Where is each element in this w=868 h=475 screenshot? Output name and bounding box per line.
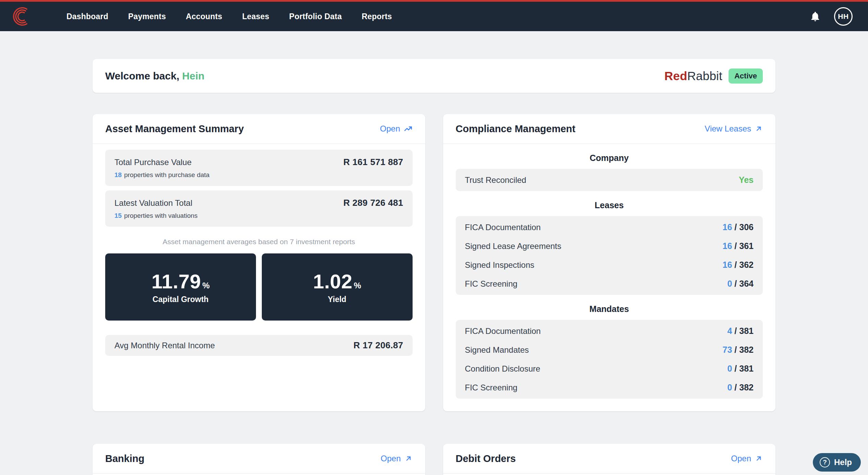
yield-unit: % (354, 281, 361, 290)
row-total: 364 (739, 279, 754, 288)
row-total: 306 (739, 222, 754, 232)
yield-tile: 1.02 % Yield (262, 253, 413, 321)
top-cards-row: Asset Management Summary Open Total Purc… (93, 114, 775, 411)
compliance-card-body: Company Trust Reconciled Yes Leases FICA… (443, 153, 776, 411)
row-label: FIC Screening (465, 279, 517, 289)
avg-rental-income-value: R 17 206.87 (354, 340, 403, 351)
row-separator: / (734, 364, 737, 373)
capital-growth-unit: % (202, 281, 209, 290)
page-content: Welcome back, Hein RedRabbit Active Asse… (93, 59, 775, 475)
row-label: Condition Disclosure (465, 364, 540, 374)
row-count: 0 (727, 279, 732, 288)
row-value: 16/362 (723, 260, 754, 270)
banking-card-header: Banking Open (93, 444, 425, 474)
row-value: 0/364 (727, 279, 754, 289)
signed-inspections-row: Signed Inspections 16/362 (456, 255, 763, 274)
purchase-properties-text: properties with purchase data (124, 171, 209, 178)
logo-c-icon (12, 7, 32, 26)
row-separator: / (734, 222, 737, 232)
nav-item-dashboard[interactable]: Dashboard (65, 9, 110, 25)
help-label: Help (834, 458, 852, 467)
row-value: 16/306 (723, 222, 754, 232)
metric-tiles: 11.79 % Capital Growth 1.02 % Yield (105, 253, 413, 321)
mandates-section-heading: Mandates (456, 304, 763, 314)
banking-card: Banking Open Unprocessed Credits 19 (93, 444, 425, 475)
notifications-button[interactable] (809, 11, 821, 22)
debit-orders-card-title: Debit Orders (456, 453, 516, 464)
brand-rest-part: Rabbit (687, 69, 722, 83)
yield-label: Yield (328, 295, 346, 304)
row-count: 16 (723, 222, 732, 232)
banking-open-label: Open (381, 454, 401, 463)
welcome-greeting: Welcome back, (105, 70, 179, 82)
asset-card-header: Asset Management Summary Open (93, 114, 425, 144)
asset-card-body: Total Purchase Value R 161 571 887 18pro… (93, 144, 425, 368)
valuation-properties-text: properties with valuations (124, 212, 197, 219)
yield-value: 1.02 (313, 270, 353, 293)
row-count: 16 (723, 260, 732, 270)
help-icon: ? (820, 457, 830, 467)
compliance-card-header: Compliance Management View Leases (443, 114, 776, 144)
fica-documentation-mandates-row: FICA Documentation 4/381 (456, 322, 763, 340)
mandates-section-block: FICA Documentation 4/381 Signed Mandates… (456, 320, 763, 399)
nav-item-portfolio-data[interactable]: Portfolio Data (288, 9, 343, 25)
row-label: FICA Documentation (465, 223, 541, 232)
nav-item-accounts[interactable]: Accounts (184, 9, 223, 25)
asset-open-label: Open (380, 124, 400, 134)
company-section-block: Trust Reconciled Yes (456, 169, 763, 191)
user-avatar[interactable]: HH (834, 7, 853, 26)
latest-valuation-row: Latest Valuation Total R 289 726 481 15p… (105, 190, 413, 227)
avg-rental-income-label: Avg Monthly Rental Income (114, 341, 215, 350)
valuation-properties-count: 15 (114, 212, 122, 219)
bottom-cards-row: Banking Open Unprocessed Credits 19 (93, 444, 775, 475)
capital-growth-label: Capital Growth (152, 295, 209, 304)
row-count: 16 (723, 241, 732, 251)
row-label: FICA Documentation (465, 326, 541, 336)
row-separator: / (734, 383, 737, 392)
row-count: 0 (727, 364, 732, 373)
status-badge: Active (729, 68, 763, 84)
total-purchase-value-subtext: 18properties with purchase data (114, 171, 403, 179)
fica-documentation-leases-row: FICA Documentation 16/306 (456, 218, 763, 237)
view-leases-link[interactable]: View Leases (705, 124, 763, 134)
main-menu: Dashboard Payments Accounts Leases Portf… (65, 9, 393, 25)
avg-rental-income-row: Avg Monthly Rental Income R 17 206.87 (105, 335, 413, 356)
row-value: 0/381 (727, 364, 754, 374)
arrow-up-right-icon (755, 125, 763, 133)
avatar-initials: HH (838, 12, 848, 21)
app-logo[interactable] (12, 6, 33, 27)
banking-card-title: Banking (105, 453, 144, 464)
total-purchase-value: R 161 571 887 (343, 157, 403, 167)
debit-orders-open-link[interactable]: Open (731, 454, 763, 463)
trust-reconciled-row: Trust Reconciled Yes (456, 171, 763, 189)
row-total: 381 (739, 364, 754, 373)
row-total: 382 (739, 345, 754, 354)
row-total: 381 (739, 326, 754, 336)
nav-item-payments[interactable]: Payments (127, 9, 167, 25)
row-count: 4 (727, 326, 732, 336)
row-total: 361 (739, 241, 754, 251)
brand-logo-text: RedRabbit (664, 69, 722, 83)
help-button[interactable]: ? Help (813, 453, 861, 472)
arrow-up-right-icon (755, 454, 763, 463)
compliance-management-card: Compliance Management View Leases Compan… (443, 114, 776, 411)
brand-area: RedRabbit Active (664, 68, 763, 84)
row-label: Signed Inspections (465, 260, 535, 270)
welcome-heading: Welcome back, Hein (105, 70, 205, 82)
fic-screening-leases-row: FIC Screening 0/364 (456, 274, 763, 293)
nav-item-leases[interactable]: Leases (241, 9, 271, 25)
trending-up-icon (404, 124, 413, 133)
view-leases-label: View Leases (705, 124, 751, 134)
row-separator: / (734, 279, 737, 288)
nav-item-reports[interactable]: Reports (360, 9, 393, 25)
user-first-name: Hein (182, 70, 205, 82)
company-section-heading: Company (456, 153, 763, 163)
bell-icon (809, 11, 821, 22)
nav-right-actions: HH (809, 7, 853, 26)
asset-open-link[interactable]: Open (380, 124, 413, 134)
latest-valuation-value: R 289 726 481 (343, 198, 403, 208)
row-value: 73/382 (723, 345, 754, 355)
banking-open-link[interactable]: Open (381, 454, 413, 463)
capital-growth-value: 11.79 (151, 270, 201, 293)
row-separator: / (734, 260, 737, 270)
